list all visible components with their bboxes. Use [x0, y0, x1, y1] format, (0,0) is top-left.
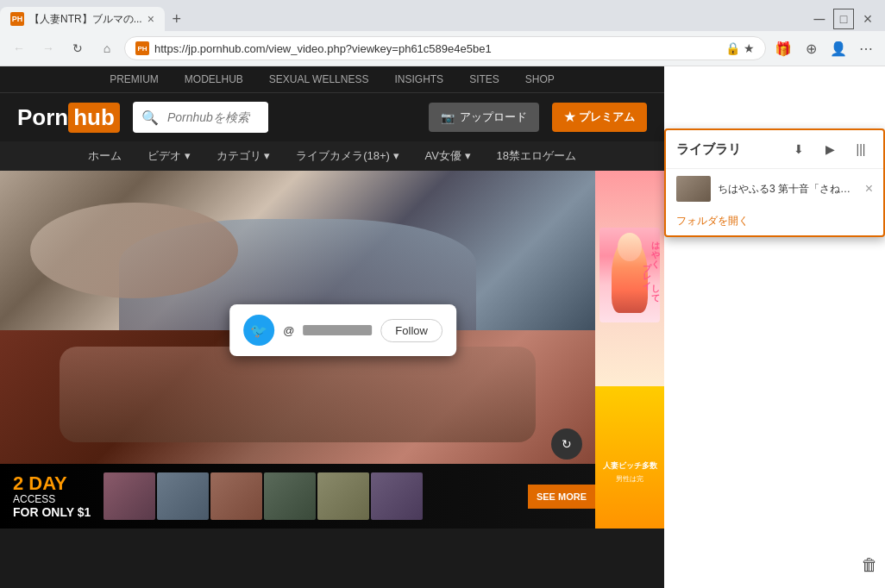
library-item: ちはやふる3 第十音「さねか… × [666, 169, 883, 209]
premium-button[interactable]: ★ プレミアム [552, 103, 647, 132]
promo-image-3 [210, 472, 262, 520]
main-content: PREMIUM MODELHUB SEXUAL WELLNESS INSIGHT… [0, 66, 885, 588]
forward-button[interactable]: → [36, 36, 60, 60]
promo-price: FOR ONLY $1 [13, 505, 91, 519]
library-panel: ライブラリ ⬇ ▶ ||| ちはやふる3 第十音「さねか… × フォルダを開く [664, 128, 885, 237]
promo-images [104, 472, 528, 520]
top-nav-insights[interactable]: INSIGHTS [394, 73, 443, 85]
upload-label: アップロード [460, 109, 527, 125]
library-video-button[interactable]: ▶ [818, 137, 842, 161]
new-tab-button[interactable]: + [165, 7, 189, 31]
sec-nav-home[interactable]: ホーム [88, 148, 122, 164]
more-menu-button[interactable]: ⋯ [854, 36, 878, 60]
video-player[interactable]: 🐦 @ Follow [0, 171, 595, 490]
sec-nav-actress[interactable]: AV女優 ▾ [425, 148, 471, 164]
library-title: ライブラリ [676, 141, 780, 158]
library-folder: フォルダを開く [666, 209, 883, 235]
library-waveform-button[interactable]: ||| [849, 137, 873, 161]
promo-banner: 2 DAY ACCESS FOR ONLY $1 SEE MO [0, 464, 595, 529]
library-header: ライブラリ ⬇ ▶ ||| [666, 130, 883, 169]
promo-image-6 [371, 472, 423, 520]
browser-actions: 🎁 ⊕ 👤 ⋯ [771, 36, 878, 60]
url-icons: 🔒 ★ [725, 41, 755, 55]
sidebar-ad-1[interactable]: はやく プレイ して [595, 171, 664, 386]
sidebar-ad-2[interactable]: 人妻ビッチ多数 男性は完 [595, 386, 664, 529]
extensions-button[interactable]: ⊕ [799, 36, 823, 60]
sec-nav-category[interactable]: カテゴリ ▾ [217, 148, 271, 164]
top-navigation: PREMIUM MODELHUB SEXUAL WELLNESS INSIGHT… [0, 66, 664, 93]
minimize-button[interactable]: ─ [809, 9, 830, 29]
lock-icon: 🔒 [725, 41, 740, 55]
trash-button[interactable]: 🗑 [861, 555, 878, 575]
twitter-follow-popup: 🐦 @ Follow [229, 304, 456, 356]
library-download-button[interactable]: ⬇ [787, 137, 811, 161]
tab-bar: PH 【人妻NTR】ブルマの... × + ─ □ × [0, 0, 885, 31]
twitter-handle [303, 325, 372, 335]
see-more-button[interactable]: SEE MORE [528, 485, 595, 509]
active-tab[interactable]: PH 【人妻NTR】ブルマの... × [0, 7, 165, 31]
sec-nav-live[interactable]: ライブカメラ(18+) ▾ [296, 148, 399, 164]
url-text: https://jp.pornhub.com/view_video.php?vi… [154, 42, 720, 55]
home-button[interactable]: ⌂ [95, 36, 119, 60]
promo-text: 2 DAY ACCESS FOR ONLY $1 [0, 474, 104, 519]
reload-button[interactable]: ↻ [66, 36, 90, 60]
top-nav-sites[interactable]: SITES [469, 73, 499, 85]
upload-button[interactable]: 📷 アップロード [429, 103, 539, 132]
camera-icon: 📷 [441, 111, 455, 124]
sec-nav-video[interactable]: ビデオ ▾ [148, 148, 191, 164]
site-favicon: PH [135, 41, 149, 55]
promo-image-2 [157, 472, 209, 520]
tab-close-button[interactable]: × [148, 12, 154, 26]
top-nav-premium[interactable]: PREMIUM [110, 73, 159, 85]
maximize-button[interactable]: □ [833, 9, 854, 29]
sidebar-ads: はやく プレイ して 人妻ビッチ多数 男性は完 [595, 171, 664, 529]
open-folder-link[interactable]: フォルダを開く [676, 215, 749, 227]
promo-image-4 [264, 472, 316, 520]
profile-button[interactable]: 👤 [826, 36, 850, 60]
tab-title: 【人妻NTR】ブルマの... [29, 12, 142, 27]
pornhub-site: PREMIUM MODELHUB SEXUAL WELLNESS INSIGHT… [0, 66, 664, 588]
url-bar[interactable]: PH https://jp.pornhub.com/view_video.php… [124, 36, 766, 60]
promo-access: ACCESS [13, 493, 91, 505]
gift-button[interactable]: 🎁 [771, 36, 795, 60]
browser-chrome: PH 【人妻NTR】ブルマの... × + ─ □ × ← → ↻ ⌂ PH [0, 0, 885, 66]
site-logo[interactable]: Porn hub [17, 103, 120, 133]
library-item-info: ちはやふる3 第十音「さねか… [718, 182, 858, 197]
follow-button[interactable]: Follow [380, 319, 442, 342]
library-thumbnail [676, 176, 711, 202]
twitter-icon: 🐦 [243, 315, 274, 346]
top-nav-wellness[interactable]: SEXUAL WELLNESS [269, 73, 369, 85]
search-bar[interactable]: 🔍 [133, 102, 268, 133]
library-item-title: ちはやふる3 第十音「さねか… [718, 182, 858, 197]
search-icon: 🔍 [133, 109, 167, 126]
star-icon[interactable]: ★ [744, 41, 755, 55]
search-input[interactable] [167, 103, 268, 131]
promo-image-1 [104, 472, 155, 520]
twitter-at: @ [283, 324, 294, 337]
top-nav-shop[interactable]: SHOP [525, 73, 555, 85]
back-button[interactable]: ← [7, 36, 31, 60]
close-button[interactable]: × [857, 9, 878, 29]
site-header: Porn hub 🔍 📷 アップロード ★ プレミアム [0, 93, 664, 141]
tab-favicon: PH [10, 12, 24, 26]
top-nav-modelhub[interactable]: MODELHUB [185, 73, 243, 85]
library-item-close-button[interactable]: × [865, 181, 873, 197]
sec-nav-games[interactable]: 18禁エロゲーム [497, 148, 576, 164]
promo-image-5 [317, 472, 369, 520]
secondary-navigation: ホーム ビデオ ▾ カテゴリ ▾ ライブカメラ(18+) ▾ AV女優 ▾ 18… [0, 141, 664, 171]
logo-hub: hub [68, 103, 120, 133]
content-area: 🐦 @ Follow 2 DAY ACCESS FOR ONLY $1 [0, 171, 664, 529]
logo-porn: Porn [17, 104, 68, 131]
video-area: 🐦 @ Follow 2 DAY ACCESS FOR ONLY $1 [0, 171, 595, 529]
address-bar: ← → ↻ ⌂ PH https://jp.pornhub.com/view_v… [0, 31, 885, 66]
browser-window: PH 【人妻NTR】ブルマの... × + ─ □ × ← → ↻ ⌂ PH [0, 0, 885, 588]
promo-day: 2 DAY [13, 474, 91, 493]
scroll-indicator: ↻ [551, 428, 582, 460]
